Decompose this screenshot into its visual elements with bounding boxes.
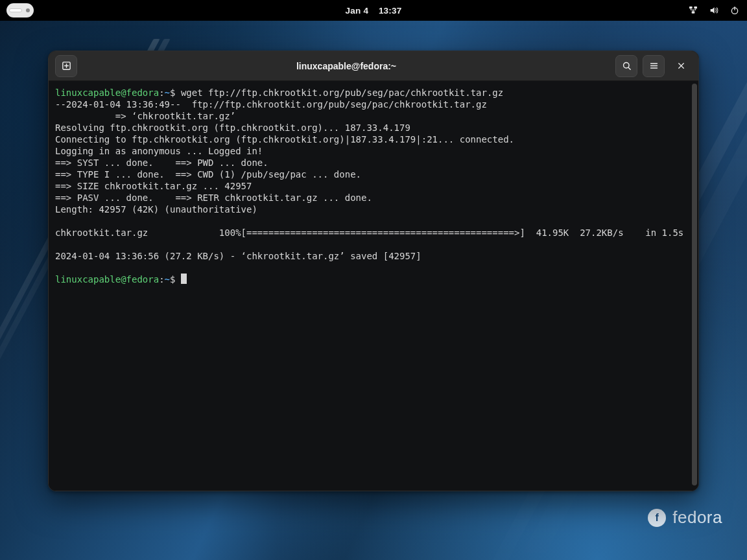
gnome-top-bar: Jan 4 13:37	[0, 0, 747, 21]
window-headerbar: linuxcapable@fedora:~	[49, 51, 698, 81]
clock-time: 13:37	[379, 6, 402, 16]
command-text: wget ftp://ftp.chkrootkit.org/pub/seg/pa…	[181, 88, 503, 98]
prompt-symbol: $	[170, 88, 175, 98]
clock-sep	[371, 6, 376, 16]
fedora-logo-icon: f	[648, 509, 666, 527]
out-line: Connecting to ftp.chkrootkit.org (ftp.ch…	[55, 134, 514, 145]
clock-area[interactable]: Jan 4 13:37	[0, 6, 747, 16]
fedora-logo-glyph: f	[656, 512, 659, 524]
clock-date: Jan 4	[346, 6, 369, 16]
prompt-userhost: linuxcapable@fedora	[55, 88, 159, 98]
out-line: Length: 42957 (42K) (unauthoritative)	[55, 204, 257, 215]
search-button[interactable]	[615, 55, 637, 77]
prompt-sep: :	[159, 274, 164, 285]
out-line: --2024-01-04 13:36:49-- ftp://ftp.chkroo…	[55, 99, 487, 110]
prompt-sep: :	[159, 88, 164, 98]
terminal-viewport[interactable]: linuxcapable@fedora:~$ wget ftp://ftp.ch…	[49, 81, 691, 491]
close-button[interactable]	[670, 55, 692, 77]
out-line: ==> TYPE I ... done. ==> CWD (1) /pub/se…	[55, 169, 361, 180]
out-line: ==> SYST ... done. ==> PWD ... done.	[55, 158, 268, 168]
fedora-wordmark: fedora	[672, 508, 722, 528]
prompt-path: ~	[165, 88, 170, 98]
out-line: ==> SIZE chkrootkit.tar.gz ... 42957	[55, 181, 252, 191]
prompt-path: ~	[165, 274, 170, 285]
out-line: chkrootkit.tar.gz 100%[=================…	[55, 228, 683, 238]
out-line: ==> PASV ... done. ==> RETR chkrootkit.t…	[55, 192, 372, 203]
new-tab-button[interactable]	[55, 55, 77, 77]
prompt-symbol: $	[170, 274, 175, 285]
prompt-userhost: linuxcapable@fedora	[55, 274, 159, 285]
out-line: Resolving ftp.chkrootkit.org (ftp.chkroo…	[55, 122, 410, 133]
cursor-icon	[181, 274, 187, 284]
out-line: => ‘chkrootkit.tar.gz’	[55, 111, 235, 121]
window-title: linuxcapable@fedora:~	[77, 61, 615, 71]
hamburger-menu-button[interactable]	[643, 55, 665, 77]
scrollbar-thumb[interactable]	[692, 84, 697, 485]
out-line: 2024-01-04 13:36:56 (27.2 KB/s) - ‘chkro…	[55, 251, 421, 261]
fedora-watermark: f fedora	[648, 508, 722, 528]
terminal-window: linuxcapable@fedora:~ linuxcapable@fedor…	[48, 51, 699, 491]
terminal-scrollbar[interactable]	[691, 81, 698, 491]
out-line: Logging in as anonymous ... Logged in!	[55, 146, 263, 156]
